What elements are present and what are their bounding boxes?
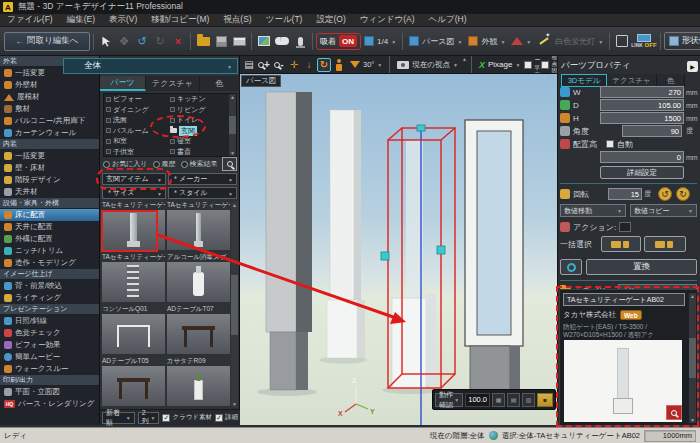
zoom-out-icon[interactable]: -: [272, 58, 286, 72]
action-value-box[interactable]: [619, 222, 631, 232]
sidebar-item-place-exterior[interactable]: 外構に配置: [0, 233, 99, 245]
sidebar-item-roof-material[interactable]: 屋根材: [0, 91, 99, 103]
web-badge[interactable]: Web: [620, 310, 642, 320]
detail-settings-button[interactable]: 詳細設定: [600, 166, 684, 179]
category-washroom[interactable]: 洗面: [104, 115, 168, 126]
preview-zoom-button[interactable]: [666, 405, 682, 420]
category-study[interactable]: 書斎: [168, 147, 232, 158]
columns-dropdown[interactable]: 2列: [138, 412, 160, 424]
depth-field[interactable]: 105.00: [600, 99, 684, 111]
menu-tools[interactable]: ツール(T): [259, 14, 310, 26]
menu-file[interactable]: ファイル(F): [0, 14, 60, 26]
category-living[interactable]: リビング: [168, 105, 232, 116]
sidebar-item-walkthrough[interactable]: ウォークスルー: [0, 363, 99, 375]
sidebar-item-place-on-ceiling[interactable]: 天井に配置: [0, 221, 99, 233]
thumbnail-scrollbar[interactable]: [231, 202, 238, 407]
thumb-umbrella-stand-r09[interactable]: カサタテR09: [167, 357, 230, 406]
checkbox-gaze-lock[interactable]: 注視点固定: [541, 56, 557, 74]
panel-small-button[interactable]: ▤: [507, 393, 520, 407]
roof-display-dropdown[interactable]: [508, 33, 534, 49]
apply-button[interactable]: ■: [537, 393, 553, 407]
rotate-field[interactable]: 15: [608, 188, 642, 200]
rotate-ccw-button[interactable]: ↺: [658, 187, 672, 201]
tab-parts[interactable]: パーツ: [100, 76, 146, 91]
rotate-cw-button[interactable]: ↻: [676, 187, 690, 201]
tab-texture[interactable]: テクスチャ: [146, 76, 200, 91]
sidebar-item-paving[interactable]: 敷材: [0, 103, 99, 115]
sidebar-item-plan-elevation[interactable]: 平面・立面図: [0, 386, 99, 398]
sidebar-item-modeling[interactable]: 造作・モデリング: [0, 257, 99, 269]
page-icon[interactable]: ▤: [242, 58, 256, 72]
thumb-security-gate-3[interactable]: TAセキュリティーゲー..: [102, 253, 165, 302]
cloud-upload-icon[interactable]: [274, 33, 290, 49]
sidebar-item-balcony[interactable]: バルコニー/共用廊下: [0, 115, 99, 127]
thumb-table-t07[interactable]: ADテーブルT07: [167, 305, 230, 354]
tab-color[interactable]: 色: [200, 76, 240, 91]
sidebar-item-batch-change-interior[interactable]: 一括変更: [0, 150, 99, 162]
viewpoint-spinner[interactable]: [462, 56, 467, 74]
rotate-view-icon[interactable]: ↻: [317, 58, 331, 72]
scope-dropdown[interactable]: 全体: [63, 58, 238, 74]
category-kids-room[interactable]: 子供室: [104, 147, 168, 158]
placement-height-field[interactable]: 0: [600, 151, 684, 163]
sidebar-item-sunlight[interactable]: 日照/斜線: [0, 315, 99, 327]
lighting-dropdown[interactable]: 白色蛍光灯: [552, 33, 606, 49]
move-amount-field[interactable]: 100.0: [465, 393, 490, 407]
pixage-dropdown[interactable]: Pixage: [476, 57, 523, 73]
delete-icon[interactable]: ×: [170, 33, 186, 49]
menu-edit[interactable]: 編集(E): [60, 14, 102, 26]
print-icon[interactable]: [231, 33, 247, 49]
thumb-table-t05[interactable]: ADテーブルT05: [102, 357, 165, 406]
numeric-move-dropdown[interactable]: 数値移動: [560, 204, 626, 217]
radio-history[interactable]: 履歴: [153, 159, 176, 169]
cursor-tool-icon[interactable]: [98, 33, 114, 49]
menu-viewpoint[interactable]: 視点(S): [216, 14, 258, 26]
category-bedroom[interactable]: 寝室: [168, 136, 232, 147]
sidebar-item-wall-material[interactable]: 外壁材: [0, 79, 99, 91]
numeric-copy-dropdown[interactable]: 数値コピー: [630, 204, 697, 217]
entrance-item-dropdown[interactable]: 玄関アイテム: [102, 173, 166, 185]
exterior-dropdown[interactable]: 外観: [465, 33, 508, 49]
category-toilet[interactable]: トイレ: [168, 115, 232, 126]
category-entrance-selected[interactable]: 玄関: [168, 126, 232, 137]
sidebar-item-before-effect[interactable]: ビフォー効果: [0, 339, 99, 351]
sidebar-item-movie[interactable]: 簡単ムービー: [0, 351, 99, 363]
sidebar-item-niche-trim[interactable]: ニッチ/トリム: [0, 245, 99, 257]
category-dining[interactable]: ダイニング: [104, 105, 168, 116]
menu-window[interactable]: ウィンドウ(A): [353, 14, 422, 26]
link-monitors-toggle[interactable]: LINK OFF: [631, 34, 656, 48]
link-replace-icon-button[interactable]: [560, 259, 582, 275]
shape-create-button[interactable]: 形状作成: [664, 32, 700, 50]
image-export-icon[interactable]: [256, 33, 272, 49]
angle-field[interactable]: 90: [622, 125, 682, 137]
replace-button[interactable]: 置換: [586, 259, 697, 275]
sidebar-item-lighting[interactable]: ライティング: [0, 292, 99, 304]
undo-icon[interactable]: ↺: [134, 33, 150, 49]
3d-viewport[interactable]: Z X Y: [240, 74, 557, 425]
open-folder-icon[interactable]: [195, 33, 211, 49]
menu-move-copy[interactable]: 移動/コピー(M): [144, 14, 216, 26]
part-name-field[interactable]: TAセキュリティーゲートAB02: [563, 293, 685, 306]
category-bathroom[interactable]: バスルーム: [104, 126, 168, 137]
height-field[interactable]: 1500: [600, 112, 684, 124]
view-mode-dropdown[interactable]: パース図: [406, 33, 465, 49]
redo-icon[interactable]: ↻: [152, 33, 168, 49]
batch-select-furniture-button[interactable]: [601, 236, 641, 252]
walk-view-icon[interactable]: [332, 58, 346, 72]
thumb-security-gate-2[interactable]: TAセキュリティーゲー..: [167, 201, 230, 250]
focus-frame-icon[interactable]: [614, 33, 630, 49]
down-view-icon[interactable]: ↓: [302, 58, 316, 72]
maker-dropdown[interactable]: ＊メーカー: [168, 173, 237, 185]
magic-wand-icon[interactable]: [535, 33, 551, 49]
back-to-floorplan-button[interactable]: ←間取り編集へ: [4, 32, 90, 51]
auto-checkbox[interactable]: [606, 140, 614, 148]
sort-dropdown[interactable]: 新着順: [102, 412, 135, 424]
search-button[interactable]: [222, 157, 237, 171]
scale-dropdown[interactable]: 1/4: [361, 33, 399, 49]
grid-small-button[interactable]: ▦: [492, 393, 505, 407]
category-scrollbar[interactable]: [229, 94, 236, 156]
sidebar-item-wall-floor[interactable]: 壁・床材: [0, 162, 99, 174]
viewpoint-dropdown[interactable]: 現在の視点: [394, 57, 461, 73]
sidebar-item-background[interactable]: 背・前景/映込: [0, 280, 99, 292]
microphone-icon[interactable]: [292, 33, 308, 49]
